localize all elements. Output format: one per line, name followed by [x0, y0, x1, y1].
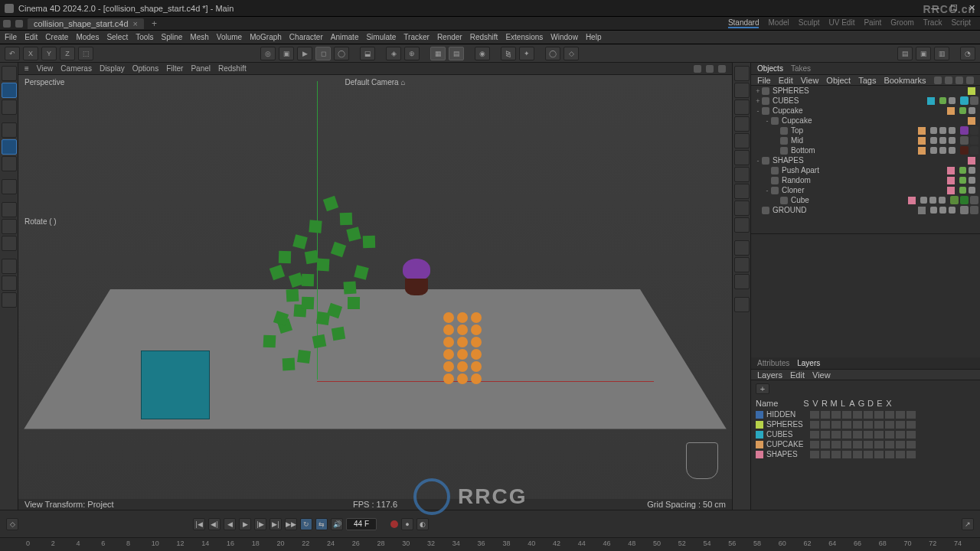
om-search-icon[interactable]	[934, 77, 942, 84]
fill-tool[interactable]	[2, 276, 17, 291]
tree-row-push apart[interactable]: Push Apart	[751, 165, 980, 175]
axis-z-button[interactable]: Z	[60, 47, 75, 60]
tree-row-ground[interactable]: GROUND	[751, 205, 980, 215]
layer-row-shapes[interactable]: SHAPES	[756, 449, 975, 459]
picture-viewer-button[interactable]: ▣	[916, 47, 931, 60]
render-pv-button[interactable]: ▶	[297, 47, 312, 60]
mode-script[interactable]: Script	[951, 18, 971, 28]
render-settings-button[interactable]: ▤	[897, 47, 913, 60]
vp-menu-options[interactable]: Options	[132, 64, 158, 73]
tree-row-cubes[interactable]: +CUBES	[751, 96, 980, 106]
loop-range-button[interactable]: ⇆	[315, 518, 328, 530]
menu-animate[interactable]: Animate	[331, 33, 359, 41]
vp-menu-redshift[interactable]: Redshift	[218, 64, 247, 73]
layer-row-hidden[interactable]: HIDDEN	[756, 409, 975, 419]
mode-model[interactable]: Model	[768, 18, 789, 28]
loop-button[interactable]: ↻	[300, 518, 312, 530]
mode-groom[interactable]: Groom	[890, 18, 914, 28]
object-tree[interactable]: +SPHERES+CUBES-Cupcake-CupcakeTopMidBott…	[751, 86, 980, 234]
vp-menu-panel[interactable]: Panel	[191, 64, 211, 73]
undo-button[interactable]: ↶	[5, 47, 20, 60]
workplane-button[interactable]: ◉	[475, 47, 490, 60]
close-tab-icon[interactable]: ×	[133, 19, 138, 28]
tree-row-cloner[interactable]: -Cloner	[751, 185, 980, 195]
om-more-icon[interactable]	[966, 77, 974, 84]
snap-options-button[interactable]: ▤	[449, 47, 464, 60]
om-field-icon[interactable]	[734, 184, 750, 199]
tab-takes[interactable]: Takes	[791, 64, 811, 73]
node-editor-button[interactable]: ◇	[564, 47, 579, 60]
primitive-sphere-button[interactable]: ◯	[334, 47, 349, 60]
vp-hud-icon[interactable]	[718, 65, 726, 73]
tree-row-top[interactable]: Top	[751, 126, 980, 135]
tree-row-spheres[interactable]: +SPHERES	[751, 86, 980, 96]
close-button[interactable]: ✕	[969, 3, 975, 13]
bookmarks-button[interactable]: ◔	[960, 47, 975, 60]
om-light-icon[interactable]	[734, 133, 750, 148]
back-icon[interactable]	[15, 20, 23, 28]
autokey-button[interactable]: ●	[401, 518, 413, 530]
mode-standard[interactable]: Standard	[728, 18, 760, 28]
material-mgr-icon[interactable]	[734, 257, 750, 272]
render-region-button[interactable]: ▣	[279, 47, 294, 60]
vp-menu-view[interactable]: View	[37, 64, 54, 73]
vp-axis-icon[interactable]	[694, 65, 701, 73]
primitive-cube-button[interactable]: ◻	[315, 47, 331, 60]
go-last-button[interactable]: ▶▶	[285, 518, 297, 530]
om-volume-icon[interactable]	[734, 217, 750, 233]
eyedropper-tool[interactable]	[2, 219, 17, 234]
mode-track[interactable]: Track	[923, 18, 942, 28]
menu-edit[interactable]: Edit	[24, 33, 38, 41]
om-floor-icon[interactable]	[734, 201, 750, 216]
mode-paint[interactable]: Paint	[864, 18, 881, 28]
mode-sculpt[interactable]: Sculpt	[799, 18, 820, 28]
om-filter-icon[interactable]	[945, 77, 952, 84]
layer-row-spheres[interactable]: SPHERES	[756, 419, 975, 429]
viewport-camera-label[interactable]: Default Camera ⌂	[345, 78, 406, 86]
om-null-icon[interactable]	[734, 83, 750, 98]
content-browser-icon[interactable]	[734, 274, 750, 289]
menu-volume[interactable]: Volume	[217, 33, 242, 41]
snap-button[interactable]: ▦	[430, 47, 446, 60]
sound-button[interactable]: 🔊	[331, 518, 343, 530]
om-bookmarks[interactable]: Bookmarks	[884, 76, 926, 85]
scatter-tool[interactable]	[2, 236, 17, 251]
tree-row-random[interactable]: Random	[751, 175, 980, 185]
menu-select[interactable]: Select	[106, 33, 128, 41]
move-tool[interactable]	[2, 99, 17, 115]
pen-tool[interactable]	[2, 259, 17, 274]
menu-render[interactable]: Render	[437, 33, 462, 41]
menu-extensions[interactable]: Extensions	[505, 33, 543, 41]
tree-row-bottom[interactable]: Bottom	[751, 145, 980, 155]
home-icon[interactable]	[3, 20, 11, 28]
menu-redshift[interactable]: Redshift	[470, 33, 498, 41]
om-object[interactable]: Object	[826, 76, 851, 85]
add-layer-button[interactable]: +	[756, 383, 769, 394]
menu-mesh[interactable]: Mesh	[190, 33, 208, 41]
menu-tracker[interactable]: Tracker	[403, 33, 430, 41]
tab-layers[interactable]: Layers	[797, 359, 820, 367]
menu-simulate[interactable]: Simulate	[366, 33, 396, 41]
tab-objects[interactable]: Objects	[757, 64, 783, 73]
play-back-button[interactable]: ◀	[224, 518, 236, 530]
minimize-button[interactable]: —	[931, 3, 939, 13]
measure-tool[interactable]	[2, 292, 17, 308]
vp-lock-icon[interactable]	[706, 65, 714, 73]
menu-spline[interactable]: Spline	[162, 33, 183, 41]
layers-menu-layers[interactable]: Layers	[757, 370, 782, 380]
layout-toggle-icon[interactable]	[734, 240, 750, 256]
field-button[interactable]: ⊕	[404, 47, 420, 60]
vp-menu-icon[interactable]: ≡	[24, 64, 29, 73]
rotate-tool[interactable]	[2, 139, 17, 155]
go-start-button[interactable]: |◀	[193, 518, 205, 530]
menu-character[interactable]: Character	[289, 33, 323, 41]
navigation-cube-icon[interactable]	[686, 442, 718, 479]
record-button[interactable]	[390, 520, 398, 528]
generator-button[interactable]: ⬓	[360, 47, 375, 60]
om-effector-icon[interactable]	[734, 167, 750, 182]
om-mograph-icon[interactable]	[734, 150, 750, 165]
om-file[interactable]: File	[757, 76, 771, 85]
asset-browser-button[interactable]: ◯	[545, 47, 560, 60]
layer-row-cupcake[interactable]: CUPCAKE	[756, 439, 975, 449]
file-tab[interactable]: collision_shape_start.c4d ×	[28, 18, 144, 29]
